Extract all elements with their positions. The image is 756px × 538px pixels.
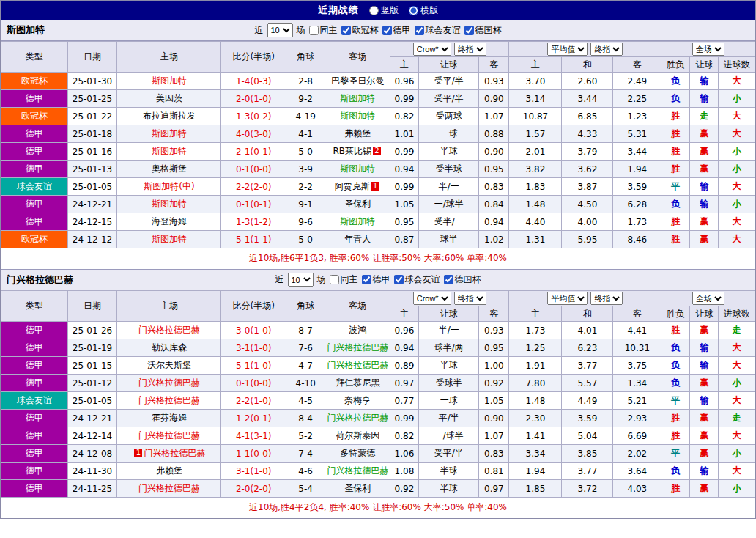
vertical-layout-radio[interactable]	[369, 6, 379, 15]
same-home-option[interactable]: 同主	[309, 24, 338, 37]
avg-home-odds: 1.41	[509, 427, 562, 445]
league-filter-option[interactable]: 德甲	[362, 273, 390, 286]
match-date: 25-01-30	[67, 73, 117, 90]
avg-draw-odds: 5.04	[562, 427, 613, 445]
odds-stage-select[interactable]: 终指	[454, 292, 486, 305]
home-team: 斯图加特(中)	[117, 178, 221, 196]
result-handicap: 赢	[690, 375, 719, 392]
league-filter-label: 球会友谊	[405, 273, 440, 286]
avg-home-odds: 2.01	[509, 143, 562, 161]
competition-type: 德甲	[1, 196, 68, 213]
same-home-checkbox[interactable]	[330, 275, 339, 284]
result-goals: 小	[719, 196, 755, 213]
match-row: 德甲25-01-18斯图加特4-0(3-0)4-1弗赖堡1.01一球0.881.…	[1, 125, 755, 143]
league-filter-option[interactable]: 德国杯	[464, 24, 502, 37]
layout-option-vertical[interactable]: 竖版	[369, 4, 399, 17]
result-outcome: 负	[662, 339, 690, 357]
away-team: 门兴格拉德巴赫	[325, 463, 390, 480]
result-handicap: 赢	[690, 125, 719, 143]
competition-type: 德甲	[1, 161, 68, 178]
home-team-name: 斯图加特	[152, 234, 187, 244]
avg-source-select[interactable]: 平均值	[547, 292, 588, 305]
league-filter-checkbox[interactable]	[394, 275, 404, 284]
home-team-name: 斯图加特(中)	[144, 181, 194, 191]
horizontal-layout-radio[interactable]	[409, 6, 418, 15]
home-odds: 0.99	[390, 410, 418, 427]
home-team: 1门兴格拉德巴赫	[117, 445, 221, 463]
avg-away-odds: 3.64	[613, 463, 662, 480]
away-team-name: 荷尔斯泰因	[336, 430, 379, 441]
league-filter-checkbox[interactable]	[444, 275, 453, 284]
same-home-checkbox[interactable]	[309, 26, 319, 35]
league-filter-checkbox[interactable]	[415, 26, 424, 35]
match-row: 德甲24-11-25门兴格拉德巴赫2-0(2-0)5-4圣保利0.92半球0.9…	[1, 480, 755, 498]
home-team-name: 海登海姆	[152, 216, 187, 226]
avg-home-odds: 1.48	[509, 392, 562, 410]
match-date: 24-11-25	[67, 480, 117, 498]
odds-source-select[interactable]: Crow*	[413, 43, 451, 56]
away-odds: 0.97	[479, 480, 509, 498]
home-team-name: 门兴格拉德巴赫	[144, 448, 205, 458]
avg-away-odds: 5.31	[613, 125, 662, 143]
league-filter-checkbox[interactable]	[464, 26, 474, 35]
league-filter-option[interactable]: 德国杯	[444, 273, 481, 286]
avg-draw-odds: 4.33	[562, 125, 613, 143]
recent-count-select[interactable]: 10	[288, 273, 314, 287]
home-team: 斯图加特	[117, 231, 221, 248]
away-odds: 0.83	[479, 445, 509, 463]
avg-home-odds: 3.34	[509, 445, 562, 463]
avg-stage-select[interactable]: 终指	[590, 292, 623, 305]
scope-select[interactable]: 全场	[692, 292, 724, 305]
corners: 4-19	[286, 108, 325, 125]
home-team: 沃尔夫斯堡	[117, 357, 221, 375]
score: 4-0(3-0)	[221, 125, 286, 143]
away-team: 圣保利	[325, 196, 390, 213]
odds-source-select[interactable]: Crow*	[413, 292, 451, 305]
handicap: 受球半	[419, 375, 479, 392]
avg-away-odds: 2.93	[613, 410, 662, 427]
league-filter-option[interactable]: 欧冠杯	[341, 24, 379, 37]
handicap: 一/球半	[419, 196, 479, 213]
home-odds: 1.08	[390, 463, 418, 480]
match-date: 25-01-19	[67, 339, 117, 357]
sub-column-header: 让球	[690, 57, 719, 73]
vertical-layout-label: 竖版	[381, 4, 399, 17]
home-odds: 0.97	[390, 375, 418, 392]
match-date: 24-12-15	[67, 213, 117, 231]
result-handicap: 赢	[690, 322, 719, 339]
away-team-name: 巴黎圣日尔曼	[331, 75, 384, 86]
home-odds: 1.06	[390, 445, 418, 463]
handicap: 半/一	[419, 178, 479, 196]
result-goals: 大	[719, 357, 755, 375]
avg-away-odds: 10.31	[613, 339, 662, 357]
league-filter-option[interactable]: 球会友谊	[415, 24, 461, 37]
avg-stage-select[interactable]: 终指	[590, 43, 623, 56]
result-outcome: 胜	[662, 427, 690, 445]
league-filter-option[interactable]: 球会友谊	[394, 273, 440, 286]
result-outcome: 负	[662, 73, 690, 90]
corners: 4-6	[286, 463, 325, 480]
home-team: 弗赖堡	[117, 463, 221, 480]
result-goals: 小	[719, 90, 755, 108]
away-team: 圣保利	[325, 480, 390, 498]
scope-select[interactable]: 全场	[692, 43, 724, 56]
sub-column-header: 胜负	[662, 57, 690, 73]
recent-count-select[interactable]: 10	[267, 23, 293, 37]
home-team-name: 斯图加特	[152, 146, 187, 156]
recent-label: 近	[255, 24, 264, 37]
avg-home-odds: 2.30	[509, 410, 562, 427]
away-team-name: 斯图加特	[340, 93, 375, 103]
handicap: 平/半	[419, 410, 479, 427]
odds-stage-select[interactable]: 终指	[454, 43, 486, 56]
avg-draw-odds: 3.62	[562, 161, 613, 178]
league-filter-checkbox[interactable]	[341, 26, 351, 35]
home-odds: 1.01	[390, 125, 418, 143]
league-filter-checkbox[interactable]	[362, 275, 371, 284]
league-filter-checkbox[interactable]	[382, 26, 392, 35]
league-filter-option[interactable]: 德甲	[382, 24, 411, 37]
away-team: 斯图加特	[325, 213, 390, 231]
avg-source-select[interactable]: 平均值	[547, 43, 588, 56]
avg-home-odds: 1.85	[509, 480, 562, 498]
same-home-option[interactable]: 同主	[330, 273, 358, 286]
layout-option-horizontal[interactable]: 横版	[409, 4, 438, 17]
